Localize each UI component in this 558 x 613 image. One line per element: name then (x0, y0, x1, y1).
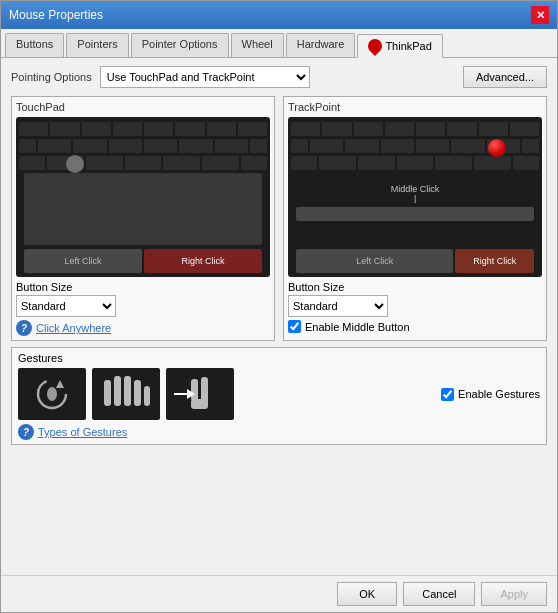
gesture-thumb-multitouch (92, 368, 160, 420)
svg-rect-8 (191, 379, 198, 401)
touchpad-buttons: Left Click Right Click (24, 249, 262, 273)
tab-content: Pointing Options Use TouchPad and TrackP… (1, 58, 557, 575)
touchpad-visual: · · · · · · · Left Click Right Click (16, 117, 270, 277)
title-bar: Mouse Properties ✕ (1, 1, 557, 29)
trackpoint-right-click-btn: Right Click (455, 249, 534, 273)
tab-wheel[interactable]: Wheel (231, 33, 284, 57)
cancel-button[interactable]: Cancel (403, 582, 475, 606)
trackpoint-left-click-btn: Left Click (296, 249, 453, 273)
gestures-group: Gestures (11, 347, 547, 445)
gesture-thumb-rotate (18, 368, 86, 420)
gestures-help-row: ? Types of Gestures (18, 424, 540, 440)
enable-middle-row: Enable Middle Button (288, 320, 542, 333)
touchpad-size-select[interactable]: Standard Large Small (16, 295, 116, 317)
pointing-select-wrap: Use TouchPad and TrackPoint Use TouchPad… (100, 66, 310, 88)
svg-point-2 (47, 387, 57, 401)
svg-marker-1 (56, 380, 64, 388)
touchpad-help-row: ? Click Anywhere (16, 320, 270, 336)
close-button[interactable]: ✕ (531, 6, 549, 24)
touchpad-panel: TouchPad (11, 96, 275, 341)
enable-middle-label: Enable Middle Button (305, 321, 410, 333)
trackpoint-btn-size-section: Button Size Standard Large Small Enable … (288, 281, 542, 333)
gestures-title: Gestures (18, 352, 540, 364)
trackpoint-mid-btn (296, 207, 534, 221)
ok-button[interactable]: OK (337, 582, 397, 606)
pointing-options-row: Pointing Options Use TouchPad and TrackP… (11, 66, 547, 88)
advanced-button[interactable]: Advanced... (463, 66, 547, 88)
touchpad-btn-size-section: Button Size Standard Large Small ? Click… (16, 281, 270, 336)
gesture-rotate-icon (18, 368, 86, 420)
svg-rect-3 (104, 380, 111, 406)
touchpad-dots: · · · · · · · (111, 177, 175, 184)
trackpoint-red-dot (488, 139, 506, 157)
enable-gestures-label: Enable Gestures (458, 388, 540, 400)
enable-gestures-checkbox[interactable] (441, 388, 454, 401)
tabs-bar: Buttons Pointers Pointer Options Wheel H… (1, 29, 557, 58)
thinkpad-icon (365, 36, 385, 56)
touchpad-size-row: Standard Large Small (16, 295, 270, 317)
trackpoint-title: TrackPoint (288, 101, 542, 113)
trackpoint-size-select[interactable]: Standard Large Small (288, 295, 388, 317)
svg-rect-10 (191, 399, 208, 409)
tab-pointer-options[interactable]: Pointer Options (131, 33, 229, 57)
touchpad-left-click-btn: Left Click (24, 249, 142, 273)
bottom-bar: OK Cancel Apply (1, 575, 557, 612)
touchpad-title: TouchPad (16, 101, 270, 113)
trackpoint-panel: TrackPoint (283, 96, 547, 341)
gestures-thumbnails-row: Enable Gestures (18, 368, 540, 420)
middle-click-label: Middle Click (388, 183, 443, 195)
touchpad-right-click-btn: Right Click (144, 249, 262, 273)
trackpoint-size-row: Standard Large Small (288, 295, 542, 317)
tab-buttons[interactable]: Buttons (5, 33, 64, 57)
gesture-thumb-swipe (166, 368, 234, 420)
tab-hardware[interactable]: Hardware (286, 33, 356, 57)
mouse-properties-window: Mouse Properties ✕ Buttons Pointers Poin… (0, 0, 558, 613)
svg-rect-4 (114, 376, 121, 406)
middle-click-label-box: Middle Click (388, 183, 443, 203)
gestures-help-link[interactable]: Types of Gestures (38, 426, 127, 438)
enable-middle-checkbox[interactable] (288, 320, 301, 333)
middle-click-line (414, 195, 415, 203)
tab-pointers[interactable]: Pointers (66, 33, 128, 57)
touchpad-btn-size-label: Button Size (16, 281, 270, 293)
pointing-options-label: Pointing Options (11, 71, 92, 83)
trackpoint-btn-size-label: Button Size (288, 281, 542, 293)
svg-rect-6 (134, 380, 141, 406)
pointing-select[interactable]: Use TouchPad and TrackPoint Use TouchPad… (100, 66, 310, 88)
touchpad-help-icon: ? (16, 320, 32, 336)
svg-rect-5 (124, 376, 131, 406)
svg-rect-7 (144, 386, 150, 406)
apply-button[interactable]: Apply (481, 582, 547, 606)
gesture-enable-col: Enable Gestures (441, 388, 540, 401)
tab-thinkpad[interactable]: ThinkPad (357, 34, 442, 58)
window-title: Mouse Properties (9, 8, 103, 22)
touchpad-finger-indicator (66, 155, 84, 173)
trackpoint-visual: Middle Click Left Click Right Click (288, 117, 542, 277)
panels-row: TouchPad (11, 96, 547, 341)
trackpoint-buttons: Left Click Right Click (296, 249, 534, 273)
touchpad-surface: · · · · · · · (24, 173, 262, 245)
gestures-help-icon: ? (18, 424, 34, 440)
touchpad-help-link[interactable]: Click Anywhere (36, 322, 111, 334)
